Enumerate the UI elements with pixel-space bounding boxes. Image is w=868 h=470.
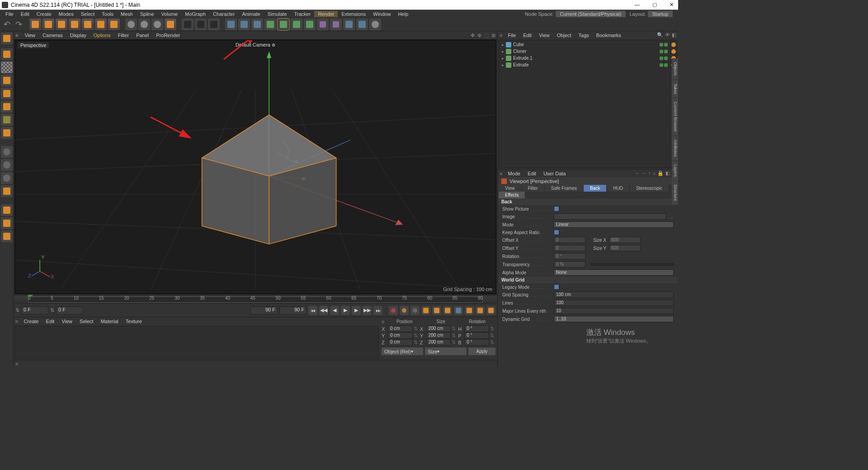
attr-tab-safeframes[interactable]: Safe Frames bbox=[545, 185, 584, 192]
major-lines-field[interactable]: 10 bbox=[554, 308, 674, 314]
maximize-button[interactable]: ▢ bbox=[650, 2, 660, 8]
close-button[interactable]: ✕ bbox=[667, 2, 676, 8]
object-row[interactable]: ▸ Extrude.1 bbox=[500, 55, 676, 61]
legacy-mode-checkbox[interactable] bbox=[554, 284, 559, 290]
object-mode-button[interactable] bbox=[1, 48, 13, 60]
texture-mode-button[interactable] bbox=[1, 61, 13, 73]
status-hamburger-icon[interactable]: ≡ bbox=[15, 361, 18, 367]
vp-zoom-icon[interactable]: ⬚ bbox=[484, 33, 489, 38]
locked-button[interactable] bbox=[108, 19, 120, 30]
spinner-icon[interactable]: ⇅ bbox=[50, 307, 54, 313]
show-picture-checkbox[interactable] bbox=[554, 206, 559, 212]
scale-key-button[interactable] bbox=[432, 306, 441, 315]
object-row[interactable]: ▸ Extrude bbox=[500, 61, 676, 68]
play-button[interactable]: ▶ bbox=[341, 306, 350, 315]
menu-simulate[interactable]: Simulate bbox=[264, 11, 291, 17]
side-tab[interactable]: Attributes bbox=[672, 136, 678, 160]
anim-key-button[interactable] bbox=[476, 306, 485, 315]
render-region-button[interactable] bbox=[195, 19, 207, 30]
visibility-render-dot[interactable] bbox=[664, 50, 668, 53]
cube-primitive-button[interactable] bbox=[225, 19, 237, 30]
visibility-editor-dot[interactable] bbox=[660, 56, 663, 60]
objmgr-menu-view[interactable]: View bbox=[535, 32, 553, 38]
extra-key-button[interactable] bbox=[486, 306, 495, 315]
objmgr-menu-object[interactable]: Object bbox=[553, 32, 575, 38]
pla-key-button[interactable] bbox=[465, 306, 474, 315]
attr-new-icon[interactable]: ◧ bbox=[665, 170, 670, 176]
alpha-mode-dropdown[interactable]: None bbox=[554, 269, 674, 276]
menu-select[interactable]: Select bbox=[77, 11, 99, 17]
vp-nav-icon[interactable]: ✥ bbox=[471, 33, 475, 38]
visibility-render-dot[interactable] bbox=[664, 56, 668, 60]
visibility-editor-dot[interactable] bbox=[660, 50, 663, 53]
mat-menu-material[interactable]: Material bbox=[97, 318, 122, 324]
vp-menu-options[interactable]: Options bbox=[90, 32, 114, 38]
objmgr-view-icon[interactable]: 👁 bbox=[665, 32, 670, 38]
x-axis-button[interactable] bbox=[125, 19, 137, 30]
polygon-mode-button[interactable] bbox=[1, 101, 13, 113]
perspective-viewport[interactable]: Perspective Default Camera ⚙ Grid Spacin… bbox=[14, 40, 496, 294]
coord-rot-P[interactable]: 0 ° bbox=[464, 332, 489, 339]
grid-spacing-field[interactable]: 100 cm bbox=[554, 291, 674, 298]
snap-button[interactable] bbox=[1, 146, 13, 158]
menu-window[interactable]: Window bbox=[369, 11, 394, 17]
array-button[interactable] bbox=[278, 19, 289, 30]
psr-button[interactable] bbox=[95, 19, 107, 30]
generator-button[interactable] bbox=[251, 19, 263, 30]
symmetry-button[interactable] bbox=[1, 217, 13, 229]
scale-tool-button[interactable] bbox=[56, 19, 67, 30]
coord-size-Y[interactable]: 200 cm bbox=[426, 332, 451, 339]
snap-2-button[interactable] bbox=[1, 159, 13, 171]
minimize-button[interactable]: — bbox=[632, 2, 642, 8]
coord-size-Z[interactable]: 200 cm bbox=[426, 339, 451, 346]
offset-x-field[interactable]: 0 bbox=[554, 237, 585, 243]
prev-frame-button[interactable]: ◀ bbox=[330, 306, 339, 315]
workplane-2-button[interactable] bbox=[1, 185, 13, 197]
menu-spline[interactable]: Spline bbox=[137, 11, 158, 17]
transparency-field[interactable]: 0 % bbox=[554, 261, 585, 268]
uv-poly-button[interactable] bbox=[1, 114, 13, 126]
record-button[interactable] bbox=[389, 306, 398, 315]
move-tool-button[interactable] bbox=[42, 19, 54, 30]
objmgr-search-icon[interactable]: 🔍 bbox=[657, 32, 663, 38]
vp-menu-panel[interactable]: Panel bbox=[132, 32, 152, 38]
mat-menu-select[interactable]: Select bbox=[76, 318, 97, 324]
attr-hamburger-icon[interactable]: ≡ bbox=[500, 171, 502, 176]
model-mode-button[interactable] bbox=[1, 33, 13, 44]
camera-button[interactable] bbox=[356, 19, 368, 30]
vp-menu-cameras[interactable]: Cameras bbox=[39, 32, 66, 38]
lines-field[interactable]: 100 bbox=[554, 300, 674, 306]
coord-pos-Z[interactable]: 0 cm bbox=[388, 339, 413, 346]
end-frame-b-field[interactable]: 90 F bbox=[279, 306, 307, 315]
start-frame-field[interactable]: 0 F bbox=[21, 306, 48, 315]
mode-dropdown[interactable]: Linear bbox=[554, 221, 674, 228]
image-field[interactable] bbox=[554, 213, 666, 220]
cloner-button[interactable] bbox=[304, 19, 316, 30]
coord-hamburger-icon[interactable]: ≡ bbox=[382, 319, 384, 324]
objmgr-hamburger-icon[interactable]: ≡ bbox=[500, 33, 502, 38]
visibility-render-dot[interactable] bbox=[664, 43, 668, 47]
attr-menu-mode[interactable]: Mode bbox=[504, 170, 524, 177]
rotation-field[interactable]: 0 ° bbox=[554, 253, 585, 259]
menu-render[interactable]: Render bbox=[314, 11, 338, 17]
attr-tab-filter[interactable]: Filter bbox=[522, 185, 545, 192]
coord-rot-B[interactable]: 0 ° bbox=[464, 339, 489, 346]
mat-menu-view[interactable]: View bbox=[58, 318, 76, 324]
menu-mograph[interactable]: MoGraph bbox=[181, 11, 209, 17]
side-tab[interactable]: Layers bbox=[672, 161, 678, 180]
vp-toggle-icon[interactable]: ⊞ bbox=[491, 33, 495, 38]
cube-object[interactable] bbox=[202, 115, 336, 244]
keep-aspect-checkbox[interactable] bbox=[554, 230, 559, 235]
object-tree[interactable]: ▸ Cube ▸ Cloner ▸ Extrude.1 ▸ Extrude bbox=[499, 40, 677, 168]
goto-end-button[interactable]: ⏭ bbox=[373, 306, 382, 315]
field-button[interactable] bbox=[330, 19, 342, 30]
render-view-button[interactable] bbox=[182, 19, 193, 30]
workplane-button[interactable] bbox=[1, 75, 13, 86]
mat-menu-texture[interactable]: Texture bbox=[122, 318, 146, 324]
coord-size-X[interactable]: 200 cm bbox=[426, 325, 451, 332]
soft-select-button[interactable] bbox=[1, 204, 13, 216]
coord-mode-dropdown[interactable]: Object (Rel) ▾ bbox=[382, 348, 423, 355]
menu-tracker[interactable]: Tracker bbox=[291, 11, 315, 17]
mat-hamburger-icon[interactable]: ≡ bbox=[15, 319, 18, 324]
menu-help[interactable]: Help bbox=[394, 11, 412, 17]
